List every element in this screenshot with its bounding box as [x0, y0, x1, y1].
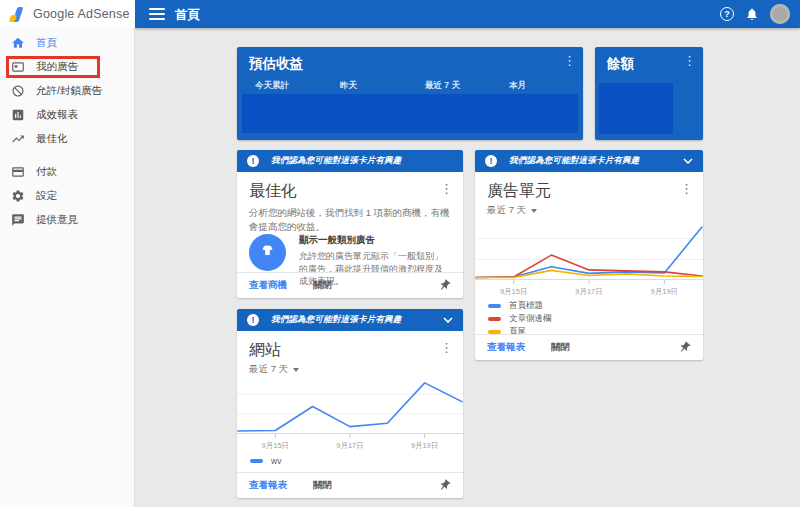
page-title: 首頁: [175, 7, 200, 24]
alert-icon: !: [485, 155, 497, 167]
logo-text: Google AdSense: [33, 7, 130, 21]
x-tick-label: 9月19日: [411, 441, 439, 450]
dropdown-arrow-icon: [531, 209, 537, 213]
legend-label: 首頁標題: [509, 300, 543, 312]
sidebar-item-label: 提供意見: [36, 213, 78, 227]
earnings-columns: 今天累計 昨天 最近 7 天 本月: [255, 80, 589, 92]
balance-card: 餘額 ⋮: [595, 47, 703, 140]
dismiss-link[interactable]: 關閉: [313, 279, 332, 292]
sidebar-item-home[interactable]: 首頁: [0, 31, 134, 55]
alert-icon: !: [247, 155, 259, 167]
adsense-app: Google AdSense 首頁 ? 首頁 我的廣告 允許/封鎖廣告 成效報表: [0, 0, 800, 507]
legend-marker: [488, 330, 501, 334]
logo-area: Google AdSense: [0, 0, 135, 28]
feedback-icon: [10, 213, 25, 228]
view-opportunity-link[interactable]: 查看商機: [249, 279, 287, 292]
sidebar-item-performance-reports[interactable]: 成效報表: [0, 103, 134, 127]
left-column: ! 我們認為您可能對這張卡片有興趣 最佳化 ⋮ 分析您的網站後，我們找到 1 項…: [237, 150, 463, 498]
earnings-column-yesterday: 昨天: [340, 80, 425, 92]
dropdown-arrow-icon: [293, 368, 299, 372]
card-title: 網站: [249, 340, 281, 361]
earnings-column-last7days: 最近 7 天: [425, 80, 509, 92]
sidebar-item-label: 首頁: [36, 36, 57, 50]
gear-icon: [10, 189, 25, 204]
sites-chart-svg: 9月15日9月17日9月19日: [237, 374, 463, 452]
sidebar-item-payments[interactable]: 付款: [0, 160, 134, 184]
legend-item: wv: [250, 454, 281, 467]
card-title: 最佳化: [249, 181, 297, 202]
topbar: 首頁 ?: [135, 0, 800, 28]
sidebar-item-my-ads[interactable]: 我的廣告: [0, 55, 134, 79]
notifications-icon[interactable]: [745, 7, 759, 21]
earnings-values-redacted: [242, 94, 578, 133]
banner-text: 我們認為您可能對這張卡片有興趣: [509, 155, 640, 167]
legend-label: 文章側邊欄: [509, 313, 552, 325]
legend-item: 首頁標題: [488, 299, 552, 312]
block-icon: [10, 84, 25, 99]
sidebar-item-allow-block-ads[interactable]: 允許/封鎖廣告: [0, 79, 134, 103]
earnings-column-thismonth: 本月: [509, 80, 589, 92]
interest-banner: ! 我們認為您可能對這張卡片有興趣: [237, 150, 463, 172]
legend-marker: [488, 317, 501, 321]
topbar-actions: ?: [720, 0, 790, 28]
more-options-icon[interactable]: ⋮: [440, 182, 453, 195]
legend-marker: [488, 304, 501, 308]
chevron-down-icon[interactable]: [683, 158, 693, 164]
optimization-card: 最佳化 ⋮ 分析您的網站後，我們找到 1 項新的商機，有機會提高您的收益。 顯示…: [237, 172, 463, 298]
card-title: 廣告單元: [487, 181, 551, 202]
sites-card: 網站 ⋮ 最近 7 天 9月15日9月17日9月19日 wv 查看報表 關閉: [237, 331, 463, 498]
sites-chart-legend: wv: [250, 454, 281, 467]
legend-marker: [250, 459, 263, 463]
chevron-down-icon[interactable]: [443, 317, 453, 323]
date-range-label: 最近 7 天: [487, 204, 526, 217]
sidebar-item-label: 付款: [36, 165, 57, 179]
help-icon[interactable]: ?: [720, 7, 734, 21]
ad-units-chart-legend: 首頁標題文章側邊欄頁尾: [488, 299, 552, 338]
sidebar-item-label: 成效報表: [36, 108, 78, 122]
more-options-icon[interactable]: ⋮: [440, 341, 453, 354]
trending-up-icon: [10, 132, 25, 147]
pin-icon[interactable]: [438, 479, 451, 492]
payments-icon: [10, 165, 25, 180]
dismiss-link[interactable]: 關閉: [551, 341, 570, 354]
sidebar-item-settings[interactable]: 設定: [0, 184, 134, 208]
card-title: 預估收益: [249, 55, 303, 73]
date-range-selector[interactable]: 最近 7 天: [487, 204, 537, 217]
earnings-column-today: 今天累計: [255, 80, 340, 92]
card-footer: 查看報表 關閉: [237, 472, 463, 498]
ad-units-card: 廣告單元 ⋮ 最近 7 天 9月15日9月17日9月19日 首頁標題文章側邊欄頁…: [475, 172, 703, 360]
right-column: ! 我們認為您可能對這張卡片有興趣 廣告單元 ⋮ 最近 7 天 9月15日9月1…: [475, 150, 703, 360]
more-options-icon[interactable]: ⋮: [680, 182, 693, 195]
interest-banner: ! 我們認為您可能對這張卡片有興趣: [237, 309, 463, 331]
more-options-icon[interactable]: ⋮: [563, 54, 576, 67]
banner-text: 我們認為您可能對這張卡片有興趣: [271, 155, 402, 167]
ad-units-chart-svg: 9月15日9月17日9月19日: [475, 218, 703, 298]
sidebar-item-label: 我的廣告: [36, 60, 78, 74]
view-report-link[interactable]: 查看報表: [249, 479, 287, 492]
dismiss-link[interactable]: 關閉: [313, 479, 332, 492]
alert-icon: !: [247, 314, 259, 326]
my-ads-icon: [10, 60, 25, 75]
home-icon: [10, 36, 25, 51]
card-footer: 查看商機 關閉: [237, 272, 463, 298]
x-tick-label: 9月19日: [651, 287, 679, 296]
sidebar-item-label: 最佳化: [36, 132, 68, 146]
menu-icon[interactable]: [149, 8, 165, 20]
more-options-icon[interactable]: ⋮: [683, 54, 696, 67]
estimated-earnings-card: 預估收益 ⋮ 今天累計 昨天 最近 7 天 本月: [237, 47, 583, 140]
x-tick-label: 9月17日: [575, 287, 603, 296]
optimization-description: 分析您的網站後，我們找到 1 項新的商機，有機會提高您的收益。: [249, 206, 451, 234]
pin-icon[interactable]: [438, 279, 451, 292]
card-title: 餘額: [607, 55, 634, 73]
sidebar-item-feedback[interactable]: 提供意見: [0, 208, 134, 232]
pin-icon[interactable]: [678, 341, 691, 354]
legend-item: 文章側邊欄: [488, 312, 552, 325]
sidebar: 首頁 我的廣告 允許/封鎖廣告 成效報表 最佳化 付款 設定 提供意: [0, 28, 135, 507]
card-footer: 查看報表 關閉: [475, 334, 703, 360]
sidebar-item-label: 允許/封鎖廣告: [36, 84, 102, 98]
sidebar-item-optimization[interactable]: 最佳化: [0, 127, 134, 151]
x-tick-label: 9月17日: [336, 441, 364, 450]
view-report-link[interactable]: 查看報表: [487, 341, 525, 354]
avatar[interactable]: [770, 4, 790, 24]
opportunity-title: 顯示一般類別廣告: [299, 234, 451, 247]
